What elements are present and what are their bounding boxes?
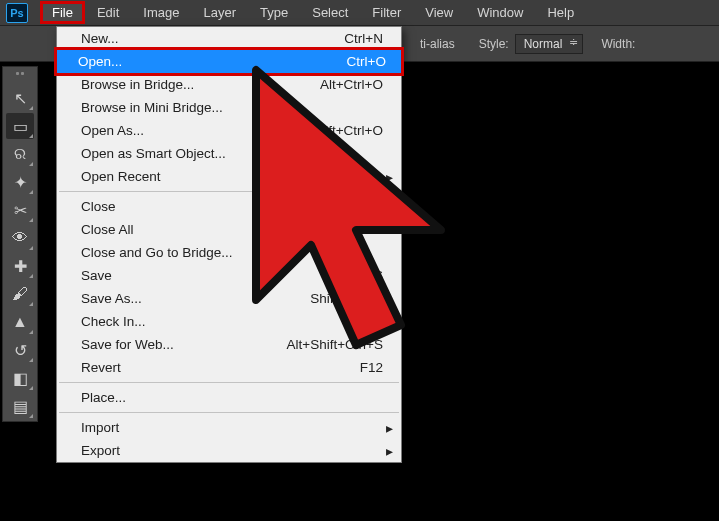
eyedropper-tool[interactable]: 👁 xyxy=(6,225,34,251)
style-select[interactable]: Normal xyxy=(515,34,584,54)
menu-select[interactable]: Select xyxy=(300,1,360,24)
move-tool[interactable]: ↖ xyxy=(6,85,34,111)
style-label: Style: xyxy=(479,37,509,51)
menubar: Ps File Edit Image Layer Type Select Fil… xyxy=(0,0,719,26)
menu-item-save-as[interactable]: Save As...Shift+Ctrl+S xyxy=(57,287,401,310)
menu-item-label: Open... xyxy=(78,54,122,69)
menu-item-label: Browse in Mini Bridge... xyxy=(81,100,223,115)
menu-item-revert[interactable]: RevertF12 xyxy=(57,356,401,379)
menu-separator xyxy=(59,382,399,383)
antialias-label: ti-alias xyxy=(420,37,455,51)
menu-item-import[interactable]: Import xyxy=(57,416,401,439)
menu-item-label: Open As... xyxy=(81,123,144,138)
menu-item-place[interactable]: Place... xyxy=(57,386,401,409)
logo-text: Ps xyxy=(10,7,23,19)
menu-item-label: Export xyxy=(81,443,120,458)
menu-item-shortcut: Ctrl+N xyxy=(344,31,383,46)
menu-item-label: Close All xyxy=(81,222,134,237)
gradient-tool[interactable]: ▤ xyxy=(6,393,34,419)
width-label: Width: xyxy=(601,37,635,51)
menu-item-close[interactable]: Close xyxy=(57,195,401,218)
menu-item-label: Close xyxy=(81,199,116,214)
menu-image[interactable]: Image xyxy=(131,1,191,24)
menu-item-label: Open as Smart Object... xyxy=(81,146,226,161)
menu-edit[interactable]: Edit xyxy=(85,1,131,24)
menu-window[interactable]: Window xyxy=(465,1,535,24)
menu-type[interactable]: Type xyxy=(248,1,300,24)
menu-item-label: New... xyxy=(81,31,119,46)
menu-item-label: Browse in Bridge... xyxy=(81,77,194,92)
menu-item-open-as[interactable]: Open As...Alt+Shift+Ctrl+O xyxy=(57,119,401,142)
toolbox: ↖▭ର✦✂👁✚🖌▲↺◧▤ xyxy=(2,66,38,422)
toolbox-grip[interactable] xyxy=(9,71,31,79)
menu-item-save-for-web[interactable]: Save for Web...Alt+Shift+Ctrl+S xyxy=(57,333,401,356)
menu-item-shortcut: Alt+Shift+Ctrl+O xyxy=(285,123,383,138)
menu-item-label: Open Recent xyxy=(81,169,161,184)
brush-tool[interactable]: 🖌 xyxy=(6,281,34,307)
menu-item-open[interactable]: Open...Ctrl+O xyxy=(54,47,404,76)
menu-item-shortcut: Alt+Shift+Ctrl+S xyxy=(287,337,383,352)
menu-item-open-as-smart-object[interactable]: Open as Smart Object... xyxy=(57,142,401,165)
menu-item-label: Save for Web... xyxy=(81,337,174,352)
menu-item-export[interactable]: Export xyxy=(57,439,401,462)
menu-separator xyxy=(59,191,399,192)
menu-item-close-and-go-to-bridge[interactable]: Close and Go to Bridge... xyxy=(57,241,401,264)
menu-item-label: Revert xyxy=(81,360,121,375)
menu-item-label: Import xyxy=(81,420,119,435)
clone-stamp-tool[interactable]: ▲ xyxy=(6,309,34,335)
menu-item-label: Close and Go to Bridge... xyxy=(81,245,233,260)
crop-tool[interactable]: ✂ xyxy=(6,197,34,223)
menu-item-label: Place... xyxy=(81,390,126,405)
lasso-tool[interactable]: ର xyxy=(6,141,34,167)
menu-view[interactable]: View xyxy=(413,1,465,24)
menu-layer[interactable]: Layer xyxy=(192,1,249,24)
rect-marquee-tool[interactable]: ▭ xyxy=(6,113,34,139)
menu-item-check-in[interactable]: Check In... xyxy=(57,310,401,333)
menu-item-shortcut: Alt+Ctrl+O xyxy=(320,77,383,92)
photoshop-logo: Ps xyxy=(6,3,28,23)
menu-item-label: Save xyxy=(81,268,112,283)
eraser-tool[interactable]: ◧ xyxy=(6,365,34,391)
menu-item-browse-in-mini-bridge[interactable]: Browse in Mini Bridge... xyxy=(57,96,401,119)
menu-item-shortcut: Ctrl+S xyxy=(345,268,383,283)
menu-item-label: Check In... xyxy=(81,314,146,329)
healing-brush-tool[interactable]: ✚ xyxy=(6,253,34,279)
menu-item-shortcut: Shift+Ctrl+S xyxy=(310,291,383,306)
file-menu-dropdown: New...Ctrl+NOpen...Ctrl+OBrowse in Bridg… xyxy=(56,26,402,463)
menu-item-shortcut: Ctrl+O xyxy=(347,54,386,69)
menu-file[interactable]: File xyxy=(40,1,85,24)
menu-item-browse-in-bridge[interactable]: Browse in Bridge...Alt+Ctrl+O xyxy=(57,73,401,96)
menu-separator xyxy=(59,412,399,413)
style-value: Normal xyxy=(524,37,563,51)
menu-item-shortcut: F12 xyxy=(360,360,383,375)
menu-item-save[interactable]: SaveCtrl+S xyxy=(57,264,401,287)
menu-item-label: Save As... xyxy=(81,291,142,306)
menu-item-open-recent[interactable]: Open Recent xyxy=(57,165,401,188)
menu-help[interactable]: Help xyxy=(535,1,586,24)
magic-wand-tool[interactable]: ✦ xyxy=(6,169,34,195)
history-brush-tool[interactable]: ↺ xyxy=(6,337,34,363)
menu-filter[interactable]: Filter xyxy=(360,1,413,24)
menu-item-close-all[interactable]: Close All xyxy=(57,218,401,241)
